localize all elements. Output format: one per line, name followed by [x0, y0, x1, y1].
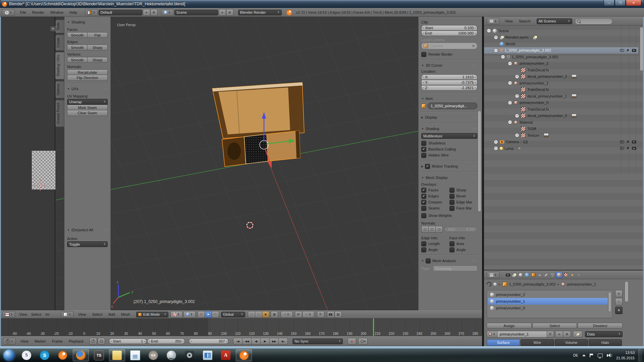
clock[interactable]: 13:53 21.05.2015 — [616, 350, 635, 361]
taskbar-adobe-reader[interactable]: A — [218, 349, 234, 361]
material-breadcrumb-icon[interactable] — [561, 282, 565, 286]
unwrap-menu-button[interactable]: Unwrap⇕ — [67, 99, 108, 105]
frame-start-field[interactable]: Start:1 — [109, 339, 147, 344]
tab-grease-pencil[interactable]: Grease Pencil — [55, 100, 64, 127]
properties-scrollbar[interactable] — [625, 281, 629, 302]
timeline-marker-menu[interactable]: Marker — [35, 339, 46, 343]
overlay-edges-checkbox[interactable]: Edges — [421, 193, 449, 199]
sync-mode-selector[interactable]: No Sync⇕ — [292, 339, 343, 344]
opengl-render-anim-button[interactable]: ▤ — [334, 311, 342, 318]
material-slot-0[interactable]: primarynumber_2 — [488, 291, 608, 298]
delete-scene-button[interactable]: ✕ — [226, 9, 233, 16]
add-slot-button[interactable]: + — [615, 290, 623, 297]
tab-wire[interactable]: Wire — [521, 339, 554, 346]
tree-item-world[interactable]: World — [484, 41, 638, 47]
shading-panel-header[interactable]: ▼ Shading ∷∷ — [67, 19, 108, 25]
collapse-icon[interactable]: − — [508, 81, 512, 85]
properties-editor-type-button[interactable]: ⇕ — [487, 272, 499, 278]
checkbox-off[interactable] — [449, 206, 454, 211]
face-angle-checkbox[interactable]: Angle — [449, 247, 478, 253]
add-menu[interactable]: Add — [108, 312, 115, 316]
next-keyframe-button[interactable]: ▶▶ — [270, 338, 279, 345]
uv-2d-cursor[interactable] — [35, 180, 46, 191]
tree-item-mesh-data[interactable]: − ▽ 1_0250_primarydigits_3.002 — [484, 54, 638, 60]
start-button[interactable] — [3, 350, 15, 361]
shading-panel-header-n[interactable]: ▼ Shading ∷∷ — [421, 125, 477, 132]
edge-select-mode-button[interactable]: ▢ — [255, 311, 262, 318]
material-name-field[interactable]: primarynumber_1 — [497, 331, 547, 338]
tree-item-lamp[interactable]: + Lamp ✦ — [484, 145, 638, 152]
tree-item-texture[interactable]: + decal_primarynumber_0 — [484, 113, 638, 119]
taskbar-blender-pinned[interactable] — [55, 349, 71, 361]
expand-icon[interactable]: + — [515, 133, 519, 137]
render-border-checkbox[interactable]: Render Border — [421, 51, 477, 57]
render-engine-selector[interactable]: Blender Render⇕ — [238, 10, 282, 15]
checkbox-on[interactable] — [421, 194, 426, 199]
taskbar-notes-app[interactable] — [127, 349, 143, 361]
tree-item-camera[interactable]: + Camera — [484, 139, 638, 145]
vertex-normals-toggle[interactable]: ▢ — [421, 226, 429, 233]
frame-end-field[interactable]: End:250 — [147, 339, 185, 344]
expand-icon[interactable]: + — [494, 35, 498, 40]
mark-seam-button[interactable]: Mark Seam — [67, 105, 108, 110]
display-panel-header[interactable]: ▶ Display ∷∷ — [421, 114, 477, 121]
timeline-frame-menu[interactable]: Frame — [52, 339, 63, 343]
visibility-eye-icon[interactable] — [620, 49, 624, 52]
tree-item-material[interactable]: − Material — [484, 119, 638, 126]
jump-to-start-button[interactable]: |◀ — [233, 338, 243, 345]
breadcrumb-object[interactable]: 1_0250_primarydigits_3.002 — [509, 282, 556, 286]
cursor-panel-header[interactable]: ▼ 3D Cursor ∷∷ — [421, 62, 477, 69]
particles-tab-icon[interactable]: ✦ — [569, 272, 575, 278]
slots-scrollbar[interactable] — [608, 292, 611, 312]
taskbar-app-s[interactable]: S — [18, 349, 35, 361]
vertices-sharp-button[interactable]: Sharp — [88, 57, 108, 63]
item-panel-header[interactable]: ▼ Item ∷∷ — [421, 95, 477, 102]
tree-item-texture[interactable]: TrainDecal.fx — [484, 106, 638, 113]
expand-icon[interactable]: + — [515, 74, 519, 79]
pivot-point-selector[interactable]: ⇕ — [183, 311, 196, 318]
material-slot-1-selected[interactable]: primarynumber_1 — [488, 298, 608, 305]
checkbox-on[interactable] — [421, 188, 426, 193]
normals-size-field[interactable]: Size:0.10 — [444, 227, 477, 232]
loose-edge-normals-toggle[interactable]: ▢ — [429, 226, 436, 233]
object-data-tab-icon[interactable]: ▽ — [549, 272, 555, 278]
object-breadcrumb-icon[interactable] — [502, 282, 507, 287]
proportional-edit-selector[interactable]: ○⇕ — [281, 311, 293, 318]
new-material-button[interactable]: + — [555, 331, 563, 338]
scene-selector[interactable]: Scene — [174, 10, 218, 15]
tree-item-texture[interactable]: TrainDecal.fx — [484, 86, 638, 93]
fake-user-button[interactable]: F — [547, 331, 554, 338]
mesh-display-panel-header[interactable]: ▼ Mesh Display ∷∷ — [421, 174, 477, 181]
view-menu[interactable]: View — [78, 312, 86, 316]
mesh-menu[interactable]: Mesh — [121, 312, 130, 316]
expand-icon[interactable]: + — [515, 114, 519, 118]
window-titlebar[interactable]: Blender* [C:\Users\Schmiddi\Desktop\3D\B… — [0, 0, 644, 8]
editor-type-button-info[interactable]: i ⇕ — [2, 9, 15, 16]
face-select-mode-button[interactable]: ■ — [262, 311, 269, 318]
uvs-panel-header[interactable]: ▼ UVs ∷∷ — [67, 85, 108, 92]
overlay-creases-checkbox[interactable]: Creases — [421, 199, 449, 205]
checkbox-off[interactable] — [449, 200, 454, 205]
face-area-checkbox[interactable]: Area — [449, 241, 478, 247]
use-nodes-button[interactable] — [573, 331, 582, 338]
checkbox-on[interactable] — [421, 147, 426, 152]
timeline-editor-type-button[interactable]: ⇕ — [3, 338, 16, 345]
tree-item-texture[interactable]: + Texture — [484, 132, 638, 139]
faces-smooth-button[interactable]: Smooth — [67, 32, 88, 38]
play-reverse-button[interactable]: ◀ — [252, 338, 261, 345]
deselect-all-panel-header[interactable]: ▼ (De)select All ∷∷ — [67, 227, 108, 233]
add-layout-button[interactable]: + — [143, 9, 150, 16]
edges-smooth-button[interactable]: Smooth — [67, 45, 88, 50]
checkbox-off[interactable] — [421, 247, 426, 252]
checkbox-off[interactable] — [421, 141, 426, 146]
tree-item-texture[interactable]: + decal_primarynumber_1 — [484, 93, 638, 100]
material-slot-2[interactable]: primarynumber_0 — [488, 305, 608, 311]
tree-item-texture[interactable]: TrDiff — [484, 126, 638, 132]
overlay-face-marks-checkbox[interactable]: Face Mar — [449, 205, 478, 211]
timeline-view-menu[interactable]: View — [20, 339, 29, 343]
snap-element-selector[interactable]: ⁘⇕ — [302, 311, 314, 318]
breadcrumb-material[interactable]: primarynumber_1 — [567, 282, 596, 286]
renderability-camera-icon[interactable] — [632, 147, 636, 150]
face-normals-toggle[interactable]: ▢ — [436, 226, 443, 233]
cursor-x-field[interactable]: X:1.1610 — [421, 74, 477, 80]
